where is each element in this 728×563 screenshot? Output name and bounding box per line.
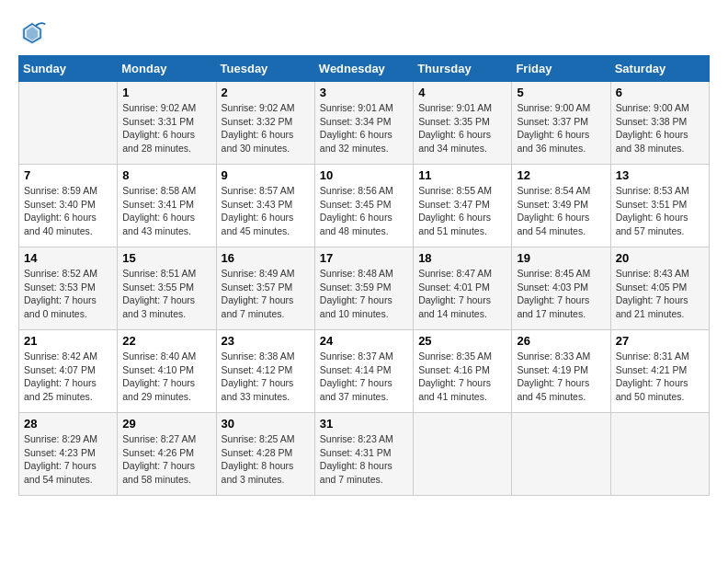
- sunrise-text: Sunrise: 8:54 AM: [517, 184, 605, 198]
- calendar-day-cell: 21Sunrise: 8:42 AMSunset: 4:07 PMDayligh…: [19, 330, 118, 413]
- day-info: Sunrise: 8:53 AMSunset: 3:51 PMDaylight:…: [616, 184, 704, 238]
- calendar-day-cell: 9Sunrise: 8:57 AMSunset: 3:43 PMDaylight…: [216, 165, 314, 247]
- calendar-day-cell: 13Sunrise: 8:53 AMSunset: 3:51 PMDayligh…: [610, 165, 709, 247]
- day-number: 23: [222, 334, 310, 348]
- sunrise-text: Sunrise: 8:43 AM: [616, 267, 704, 281]
- sunrise-text: Sunrise: 8:52 AM: [24, 267, 112, 281]
- calendar-day-cell: 31Sunrise: 8:23 AMSunset: 4:31 PMDayligh…: [314, 413, 413, 496]
- sunset-text: Sunset: 4:10 PM: [122, 363, 210, 377]
- calendar-day-cell: 16Sunrise: 8:49 AMSunset: 3:57 PMDayligh…: [216, 247, 314, 330]
- day-info: Sunrise: 8:38 AMSunset: 4:12 PMDaylight:…: [222, 350, 310, 404]
- day-info: Sunrise: 8:51 AMSunset: 3:55 PMDaylight:…: [122, 267, 210, 321]
- day-info: Sunrise: 8:23 AMSunset: 4:31 PMDaylight:…: [320, 432, 408, 487]
- sunset-text: Sunset: 3:31 PM: [122, 115, 210, 129]
- daylight-text: Daylight: 6 hours and 28 minutes.: [122, 128, 210, 155]
- sunrise-text: Sunrise: 9:01 AM: [320, 101, 408, 115]
- daylight-text: Daylight: 7 hours and 14 minutes.: [418, 293, 506, 320]
- day-info: Sunrise: 8:48 AMSunset: 3:59 PMDaylight:…: [320, 267, 408, 321]
- page-header: [18, 18, 710, 46]
- calendar-day-cell: 25Sunrise: 8:35 AMSunset: 4:16 PMDayligh…: [414, 330, 512, 413]
- day-info: Sunrise: 8:55 AMSunset: 3:47 PMDaylight:…: [418, 184, 506, 238]
- sunrise-text: Sunrise: 8:53 AM: [616, 184, 704, 198]
- day-number: 28: [24, 417, 112, 431]
- calendar-week-row: 14Sunrise: 8:52 AMSunset: 3:53 PMDayligh…: [19, 247, 710, 330]
- daylight-text: Daylight: 6 hours and 38 minutes.: [616, 128, 704, 155]
- calendar-day-cell: 1Sunrise: 9:02 AMSunset: 3:31 PMDaylight…: [118, 82, 216, 165]
- sunset-text: Sunset: 4:03 PM: [517, 281, 605, 294]
- calendar-day-cell: 6Sunrise: 9:00 AMSunset: 3:38 PMDaylight…: [610, 82, 709, 165]
- day-info: Sunrise: 8:52 AMSunset: 3:53 PMDaylight:…: [24, 267, 112, 321]
- calendar-day-cell: 28Sunrise: 8:29 AMSunset: 4:23 PMDayligh…: [19, 413, 118, 496]
- calendar-day-cell: 22Sunrise: 8:40 AMSunset: 4:10 PMDayligh…: [118, 330, 216, 413]
- sunset-text: Sunset: 3:40 PM: [24, 198, 112, 212]
- day-number: 15: [122, 251, 210, 265]
- daylight-text: Daylight: 7 hours and 58 minutes.: [122, 459, 210, 486]
- daylight-text: Daylight: 7 hours and 10 minutes.: [320, 293, 408, 320]
- calendar-day-cell: 5Sunrise: 9:00 AMSunset: 3:37 PMDaylight…: [512, 82, 610, 165]
- day-info: Sunrise: 9:00 AMSunset: 3:37 PMDaylight:…: [517, 101, 605, 155]
- day-number: 1: [122, 86, 210, 99]
- calendar-day-cell: 8Sunrise: 8:58 AMSunset: 3:41 PMDaylight…: [118, 165, 216, 247]
- day-number: 6: [616, 86, 704, 99]
- day-number: 4: [418, 86, 506, 99]
- calendar-week-row: 7Sunrise: 8:59 AMSunset: 3:40 PMDaylight…: [19, 165, 710, 247]
- sunset-text: Sunset: 3:38 PM: [616, 115, 704, 129]
- day-info: Sunrise: 8:33 AMSunset: 4:19 PMDaylight:…: [517, 350, 605, 404]
- day-number: 10: [320, 168, 408, 182]
- day-number: 30: [222, 417, 310, 431]
- calendar-day-cell: 24Sunrise: 8:37 AMSunset: 4:14 PMDayligh…: [314, 330, 413, 413]
- sunrise-text: Sunrise: 8:38 AM: [222, 350, 310, 363]
- day-number: 22: [122, 334, 210, 348]
- daylight-text: Daylight: 7 hours and 7 minutes.: [222, 293, 310, 320]
- day-info: Sunrise: 8:35 AMSunset: 4:16 PMDaylight:…: [418, 350, 506, 404]
- daylight-text: Daylight: 6 hours and 32 minutes.: [320, 128, 408, 155]
- sunrise-text: Sunrise: 8:59 AM: [24, 184, 112, 198]
- calendar-day-cell: [610, 413, 709, 496]
- sunrise-text: Sunrise: 8:49 AM: [222, 267, 310, 281]
- sunrise-text: Sunrise: 8:25 AM: [222, 432, 310, 446]
- sunrise-text: Sunrise: 9:00 AM: [616, 101, 704, 115]
- daylight-text: Daylight: 7 hours and 45 minutes.: [517, 376, 605, 403]
- sunrise-text: Sunrise: 8:47 AM: [418, 267, 506, 281]
- sunset-text: Sunset: 4:01 PM: [418, 281, 506, 294]
- sunset-text: Sunset: 4:05 PM: [616, 281, 704, 294]
- day-info: Sunrise: 9:02 AMSunset: 3:31 PMDaylight:…: [122, 101, 210, 155]
- sunrise-text: Sunrise: 9:01 AM: [418, 101, 506, 115]
- sunrise-text: Sunrise: 8:35 AM: [418, 350, 506, 363]
- daylight-text: Daylight: 7 hours and 50 minutes.: [616, 376, 704, 403]
- logo: [18, 18, 50, 46]
- daylight-text: Daylight: 6 hours and 43 minutes.: [122, 211, 210, 237]
- day-number: 7: [24, 168, 112, 182]
- day-info: Sunrise: 8:25 AMSunset: 4:28 PMDaylight:…: [222, 432, 310, 487]
- calendar-week-row: 28Sunrise: 8:29 AMSunset: 4:23 PMDayligh…: [19, 413, 710, 496]
- sunrise-text: Sunrise: 8:48 AM: [320, 267, 408, 281]
- daylight-text: Daylight: 6 hours and 36 minutes.: [517, 128, 605, 155]
- day-number: 2: [222, 86, 310, 99]
- sunset-text: Sunset: 4:07 PM: [24, 363, 112, 377]
- day-number: 9: [222, 168, 310, 182]
- day-number: 14: [24, 251, 112, 265]
- day-info: Sunrise: 8:42 AMSunset: 4:07 PMDaylight:…: [24, 350, 112, 404]
- day-number: 27: [616, 334, 704, 348]
- daylight-text: Daylight: 6 hours and 40 minutes.: [24, 211, 112, 237]
- col-thursday: Thursday: [414, 56, 512, 82]
- sunrise-text: Sunrise: 8:51 AM: [122, 267, 210, 281]
- daylight-text: Daylight: 6 hours and 54 minutes.: [517, 211, 605, 237]
- calendar-day-cell: 11Sunrise: 8:55 AMSunset: 3:47 PMDayligh…: [414, 165, 512, 247]
- daylight-text: Daylight: 7 hours and 37 minutes.: [320, 376, 408, 403]
- sunset-text: Sunset: 4:26 PM: [122, 446, 210, 460]
- sunrise-text: Sunrise: 8:57 AM: [222, 184, 310, 198]
- calendar-day-cell: 10Sunrise: 8:56 AMSunset: 3:45 PMDayligh…: [314, 165, 413, 247]
- day-number: 20: [616, 251, 704, 265]
- day-info: Sunrise: 8:29 AMSunset: 4:23 PMDaylight:…: [24, 432, 112, 487]
- day-number: 13: [616, 168, 704, 182]
- calendar-day-cell: 18Sunrise: 8:47 AMSunset: 4:01 PMDayligh…: [414, 247, 512, 330]
- daylight-text: Daylight: 6 hours and 51 minutes.: [418, 211, 506, 237]
- calendar-day-cell: 7Sunrise: 8:59 AMSunset: 3:40 PMDaylight…: [19, 165, 118, 247]
- day-number: 26: [517, 334, 605, 348]
- day-number: 17: [320, 251, 408, 265]
- calendar-day-cell: 4Sunrise: 9:01 AMSunset: 3:35 PMDaylight…: [414, 82, 512, 165]
- calendar-day-cell: 19Sunrise: 8:45 AMSunset: 4:03 PMDayligh…: [512, 247, 610, 330]
- daylight-text: Daylight: 6 hours and 45 minutes.: [222, 211, 310, 237]
- day-number: 12: [517, 168, 605, 182]
